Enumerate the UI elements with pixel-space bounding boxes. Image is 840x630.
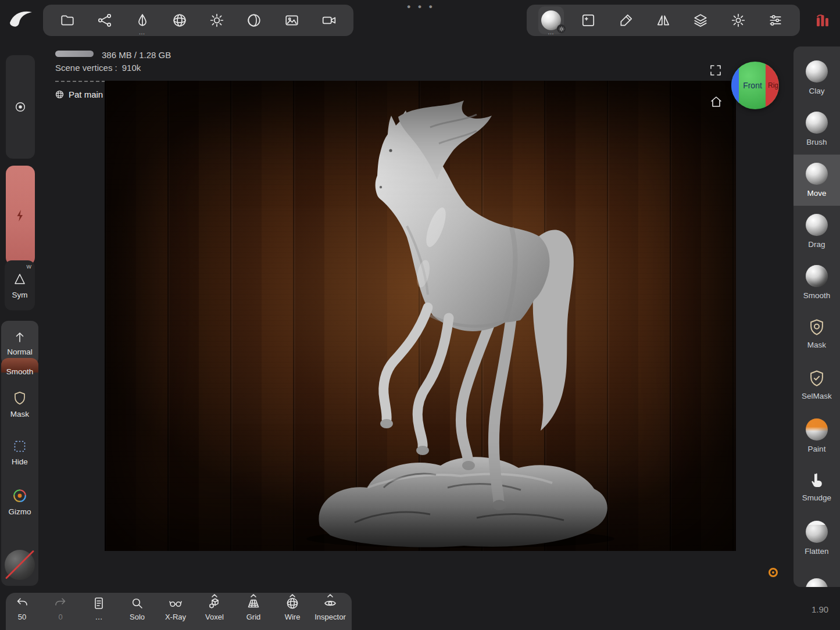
xray-button[interactable]: X-Ray — [159, 596, 192, 621]
falloff-curve-button[interactable] — [5, 550, 35, 580]
mask-label: Mask — [10, 410, 29, 418]
tool-move[interactable]: Move — [793, 155, 840, 206]
glasses-icon — [169, 596, 183, 610]
tool-partial[interactable] — [793, 564, 840, 587]
gizmo-icon — [12, 488, 27, 503]
lightning-icon — [13, 209, 27, 223]
plus-square-icon — [581, 13, 596, 28]
lighting-button[interactable] — [204, 6, 230, 34]
topology-button[interactable] — [167, 6, 192, 34]
tool-label: Mask — [807, 341, 826, 349]
add-view-button[interactable] — [576, 6, 601, 34]
inspector-label: Inspector — [314, 613, 345, 621]
chevron-up-icon — [327, 593, 334, 598]
wireframe-sphere-icon — [285, 596, 299, 610]
voxel-button[interactable]: Voxel — [198, 596, 231, 621]
mask-shortcut[interactable]: Mask — [1, 391, 38, 418]
nomad-logo-icon — [8, 8, 34, 32]
primitives-button[interactable]: … — [130, 6, 155, 34]
top-left-toolbar: … — [43, 5, 353, 36]
intensity-slider[interactable] — [6, 166, 35, 266]
mask-shield-icon — [807, 318, 826, 337]
undo-button[interactable]: 50 — [6, 596, 38, 621]
chevron-up-icon — [250, 593, 257, 598]
layers-button[interactable] — [688, 6, 713, 34]
magnifier-icon — [130, 596, 144, 610]
bottom-toolbar: 50 0 … Solo X-Ray Voxel Grid — [6, 593, 352, 630]
red-stripes-icon — [814, 11, 831, 28]
scene-graph-icon — [97, 13, 112, 28]
wire-button[interactable]: Wire — [276, 596, 309, 621]
home-button[interactable] — [709, 94, 724, 109]
matcap-sphere-icon — [246, 13, 262, 28]
tool-smudge[interactable]: Smudge — [793, 461, 840, 513]
tool-label: Drag — [808, 240, 825, 249]
tool-selmask[interactable]: SelMask — [793, 359, 840, 410]
notes-button[interactable]: … — [83, 596, 115, 621]
more-dots: … — [548, 28, 555, 35]
solo-button[interactable]: Solo — [121, 596, 153, 621]
tool-flatten[interactable]: Flatten — [793, 513, 840, 564]
grid-button[interactable]: Grid — [237, 596, 270, 621]
fullscreen-button[interactable] — [709, 63, 724, 78]
redo-button[interactable]: 0 — [44, 596, 77, 621]
scene-graph-button[interactable] — [92, 6, 117, 34]
hide-shortcut[interactable]: Hide — [1, 439, 38, 466]
tool-label: Clay — [809, 87, 824, 95]
camera-button[interactable] — [316, 6, 342, 34]
more-dots: … — [139, 28, 146, 35]
gizmo-shortcut[interactable]: Gizmo — [1, 488, 38, 516]
home-icon — [709, 95, 723, 109]
matcap-material-button[interactable]: … — [538, 6, 564, 34]
sliders-icon — [768, 13, 783, 28]
radius-dot-icon — [14, 101, 27, 113]
voxel-label: Voxel — [205, 613, 224, 621]
tool-brush[interactable]: Brush — [793, 103, 840, 155]
smooth-shortcut[interactable]: Smooth — [1, 367, 38, 376]
chevron-up-icon — [211, 593, 218, 598]
tool-paint[interactable]: Paint — [793, 410, 840, 461]
clay-tool-icon — [806, 60, 828, 83]
material-button[interactable] — [241, 6, 267, 34]
background-button[interactable] — [279, 6, 305, 34]
partial-tool-icon — [806, 578, 828, 587]
brush-tool-icon — [806, 112, 828, 134]
tool-label: Brush — [806, 138, 827, 146]
inspector-button[interactable]: Inspector — [314, 596, 346, 621]
viewport-canvas[interactable] — [105, 81, 736, 551]
memory-gauge — [55, 51, 94, 57]
tool-label: Smudge — [802, 493, 831, 502]
chevron-up-icon — [289, 593, 296, 598]
settings-button[interactable] — [725, 6, 751, 34]
tool-label: Move — [807, 189, 826, 198]
symmetry-label: Sym — [12, 291, 28, 299]
symmetry-toggle[interactable]: W Sym — [5, 260, 35, 310]
redo-count: 0 — [58, 613, 62, 621]
tool-drag[interactable]: Drag — [793, 206, 840, 257]
undo-icon — [15, 596, 29, 610]
tool-clay[interactable]: Clay — [793, 52, 840, 103]
record-indicator[interactable] — [768, 568, 778, 577]
tool-panel: Clay Brush Move Drag Smooth Mask SelMask — [793, 46, 840, 587]
stamp-brush-icon — [619, 13, 634, 28]
tool-mask[interactable]: Mask — [793, 308, 840, 359]
horse-statue — [105, 81, 736, 551]
image-icon — [284, 13, 299, 28]
redo-icon — [53, 596, 67, 610]
stamp-button[interactable] — [613, 6, 639, 34]
tool-smooth[interactable]: Smooth — [793, 257, 840, 308]
tool-label: Paint — [808, 445, 826, 453]
red-stripes-button[interactable] — [809, 5, 837, 34]
options-button[interactable] — [763, 6, 788, 34]
mirror-button[interactable] — [650, 6, 676, 34]
lathe-icon — [135, 13, 150, 28]
normal-label: Normal — [7, 348, 33, 356]
files-button[interactable] — [55, 6, 80, 34]
xray-label: X-Ray — [165, 613, 186, 621]
view-orientation-gizmo[interactable]: Rig Front — [731, 62, 779, 109]
window-drag-handle[interactable]: • • • — [407, 1, 435, 13]
grid-label: Grid — [246, 613, 261, 621]
symmetry-triangle-icon — [13, 272, 27, 286]
layers-icon — [693, 13, 708, 28]
size-slider[interactable] — [6, 55, 35, 159]
